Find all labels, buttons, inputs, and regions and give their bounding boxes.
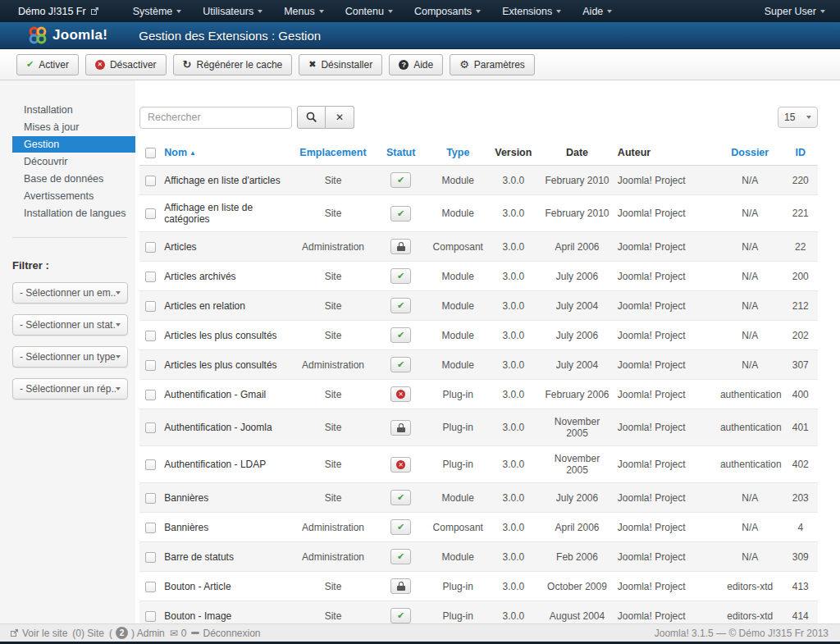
filter-select[interactable]: - Sélectionner un rép... — [12, 378, 128, 400]
extension-location: Site — [294, 195, 373, 232]
status-enabled-button[interactable]: ✔ — [390, 608, 411, 623]
status-enabled-button[interactable]: ✔ — [390, 268, 411, 284]
table-row: Bouton - ArticleSitePlug-in3.0.0October … — [139, 572, 818, 601]
menu-extensions[interactable]: Extensions — [491, 0, 572, 22]
row-checkbox[interactable] — [145, 331, 156, 341]
row-checkbox[interactable] — [145, 360, 156, 371]
extension-name: Authentification - Gmail — [161, 380, 293, 409]
status-enabled-button[interactable]: ✔ — [390, 490, 411, 505]
chevron-down-icon — [116, 323, 121, 327]
row-checkbox[interactable] — [145, 611, 156, 622]
extension-date: July 2004 — [540, 291, 614, 321]
row-checkbox[interactable] — [145, 272, 156, 282]
help-icon: ? — [399, 60, 409, 70]
column-header-dossier[interactable]: Dossier — [717, 140, 783, 166]
external-link-icon — [90, 7, 99, 16]
sidebar-item-avertissements[interactable]: Avertissements — [0, 188, 135, 204]
row-checkbox[interactable] — [145, 390, 156, 400]
row-checkbox[interactable] — [145, 176, 156, 186]
search-input[interactable] — [139, 107, 292, 129]
extension-author: Joomla! Project — [614, 232, 717, 262]
extension-name: Bouton - Article — [161, 572, 293, 601]
status-enabled-button[interactable]: ✔ — [390, 549, 411, 564]
search-button[interactable] — [297, 106, 326, 129]
row-checkbox[interactable] — [145, 301, 156, 312]
menu-syst-me[interactable]: Système — [122, 0, 193, 22]
sidebar-item-base-de-donn-es[interactable]: Base de données — [0, 171, 135, 187]
row-checkbox[interactable] — [145, 493, 156, 504]
page-size-select[interactable]: 15 — [778, 107, 818, 128]
menu-utilisateurs[interactable]: Utilisateurs — [192, 0, 273, 22]
filter-select[interactable]: - Sélectionner un type - — [12, 346, 128, 368]
sidebar-item-gestion[interactable]: Gestion — [12, 136, 135, 153]
r-g-n-rer-le-cache-button[interactable]: ↻Régénérer le cache — [173, 54, 293, 75]
extension-type: Module — [429, 166, 487, 195]
sidebar-item-installation[interactable]: Installation — [0, 102, 135, 118]
clear-search-button[interactable]: ✕ — [326, 106, 354, 129]
table-row: BannièresSite✔Module3.0.0July 2006Joomla… — [139, 483, 818, 513]
status-disabled-button[interactable]: ✕ — [390, 457, 411, 473]
admin-users-link[interactable]: (2) Admin — [109, 627, 165, 639]
status-locked-button[interactable] — [390, 420, 411, 436]
logout-link[interactable]: Déconnexion — [191, 628, 260, 639]
column-header-statut[interactable]: Statut — [372, 140, 429, 166]
status-enabled-button[interactable]: ✔ — [390, 357, 411, 372]
column-header-id[interactable]: ID — [783, 140, 818, 166]
status-enabled-button[interactable]: ✔ — [390, 172, 411, 188]
sidebar-item-installation-de-langues[interactable]: Installation de langues — [0, 205, 135, 222]
chevron-down-icon — [556, 10, 561, 13]
status-locked-button[interactable] — [390, 578, 411, 594]
extension-folder: N/A — [717, 483, 783, 513]
row-checkbox[interactable] — [145, 208, 156, 219]
d-sinstaller-button[interactable]: ✖Désinstaller — [299, 54, 382, 75]
extension-version: 3.0.0 — [487, 350, 541, 380]
activer-button[interactable]: ✔Activer — [16, 54, 79, 75]
column-header-nom[interactable]: Nom▲ — [161, 140, 293, 166]
menu-composants[interactable]: Composants — [404, 0, 491, 22]
row-checkbox[interactable] — [145, 523, 156, 533]
status-locked-button[interactable] — [390, 239, 411, 254]
extension-status-cell: ✔ — [372, 513, 429, 542]
column-header-emplacement[interactable]: Emplacement — [294, 140, 373, 166]
site-users-link[interactable]: (0) Site — [72, 628, 104, 639]
row-checkbox[interactable] — [145, 582, 156, 592]
menu-contenu[interactable]: Contenu — [335, 0, 404, 22]
extension-location: Administration — [294, 542, 373, 572]
extension-type: Plug-in — [429, 446, 487, 483]
status-enabled-button[interactable]: ✔ — [390, 298, 411, 313]
extension-id: 202 — [783, 321, 818, 350]
toolbar-button-label: Désactiver — [110, 59, 157, 71]
status-disabled-button[interactable]: ✕ — [390, 386, 411, 402]
filter-select[interactable]: - Sélectionner un stat... — [12, 314, 128, 336]
filter-heading: Filtrer : — [12, 259, 135, 272]
row-checkbox[interactable] — [145, 459, 156, 470]
messages-link[interactable]: ✉ 0 — [170, 628, 187, 639]
status-enabled-button[interactable]: ✔ — [390, 206, 411, 222]
status-enabled-button[interactable]: ✔ — [390, 327, 411, 343]
aide-button[interactable]: ?Aide — [389, 54, 443, 75]
extension-folder: N/A — [717, 350, 783, 380]
extension-name: Articles les plus consultés — [161, 321, 293, 350]
extension-name: Bannières — [161, 513, 293, 542]
joomla-mark-icon — [28, 25, 48, 45]
site-brand-link[interactable]: Démo J!315 Fr — [18, 6, 99, 17]
row-checkbox[interactable] — [145, 552, 156, 563]
menu-aide[interactable]: Aide — [572, 0, 623, 22]
param-tres-button[interactable]: ⚙Paramètres — [450, 54, 535, 75]
sidebar-item-d-couvrir[interactable]: Découvrir — [0, 153, 135, 170]
select-all-checkbox[interactable] — [145, 148, 156, 158]
row-checkbox[interactable] — [145, 242, 156, 253]
sidebar-item-mises-jour[interactable]: Mises à jour — [0, 119, 135, 135]
row-checkbox[interactable] — [145, 422, 156, 433]
row-checkbox-cell — [139, 483, 161, 513]
column-header-type[interactable]: Type — [429, 140, 487, 166]
status-enabled-button[interactable]: ✔ — [390, 519, 411, 535]
menu-menus[interactable]: Menus — [273, 0, 335, 22]
chevron-down-icon — [476, 10, 481, 13]
view-site-link[interactable]: Voir le site — [10, 628, 67, 639]
user-menu[interactable]: Super User — [765, 6, 825, 17]
filter-select[interactable]: - Sélectionner un em... — [12, 282, 128, 304]
check-icon: ✔ — [397, 551, 404, 562]
d-sactiver-button[interactable]: ✕Désactiver — [85, 54, 167, 75]
extension-date: April 2006 — [540, 513, 614, 542]
